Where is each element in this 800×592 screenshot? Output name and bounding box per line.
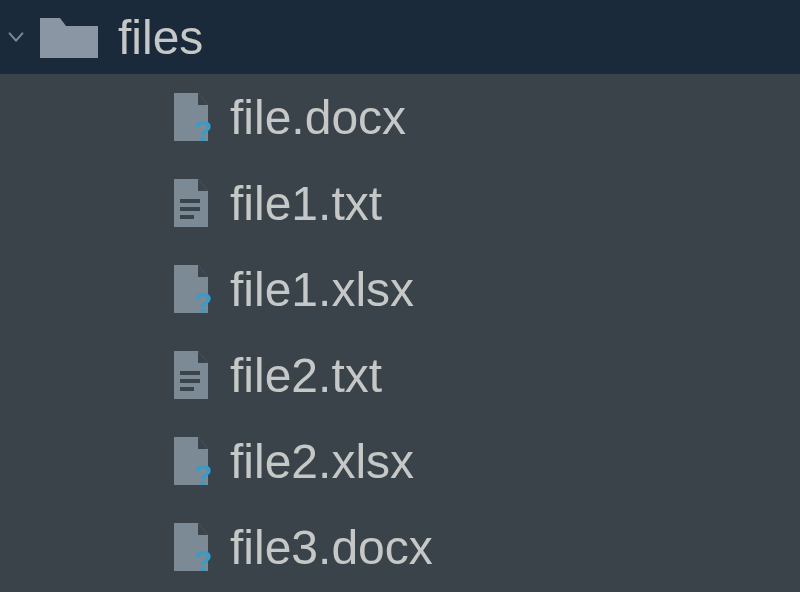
svg-rect-3	[180, 215, 194, 219]
svg-text:?: ?	[194, 544, 212, 573]
folder-label: files	[118, 10, 203, 65]
file-label: file.docx	[230, 90, 406, 145]
file-text-icon	[170, 349, 212, 401]
file-unknown-icon: ?	[170, 263, 212, 315]
file-row[interactable]: ? file1.xlsx	[170, 246, 800, 332]
folder-row-files[interactable]: files	[0, 0, 800, 74]
file-label: file2.xlsx	[230, 434, 414, 489]
chevron-down-icon[interactable]	[4, 26, 28, 48]
file-row[interactable]: file1.txt	[170, 160, 800, 246]
file-row[interactable]: ? file.docx	[170, 74, 800, 160]
svg-rect-6	[180, 379, 200, 383]
folder-children: ? file.docx file1.txt	[0, 74, 800, 590]
svg-text:?: ?	[194, 458, 212, 487]
file-row[interactable]: ? file2.xlsx	[170, 418, 800, 504]
svg-rect-7	[180, 387, 194, 391]
file-tree: files ? file.docx	[0, 0, 800, 592]
file-unknown-icon: ?	[170, 91, 212, 143]
svg-text:?: ?	[194, 114, 212, 143]
svg-rect-1	[180, 199, 200, 203]
file-label: file1.txt	[230, 176, 382, 231]
folder-icon	[38, 12, 100, 62]
file-label: file1.xlsx	[230, 262, 414, 317]
file-text-icon	[170, 177, 212, 229]
svg-rect-5	[180, 371, 200, 375]
file-label: file3.docx	[230, 520, 433, 575]
svg-rect-2	[180, 207, 200, 211]
file-unknown-icon: ?	[170, 521, 212, 573]
file-row[interactable]: ? file3.docx	[170, 504, 800, 590]
file-unknown-icon: ?	[170, 435, 212, 487]
file-row[interactable]: file2.txt	[170, 332, 800, 418]
file-label: file2.txt	[230, 348, 382, 403]
svg-text:?: ?	[194, 286, 212, 315]
